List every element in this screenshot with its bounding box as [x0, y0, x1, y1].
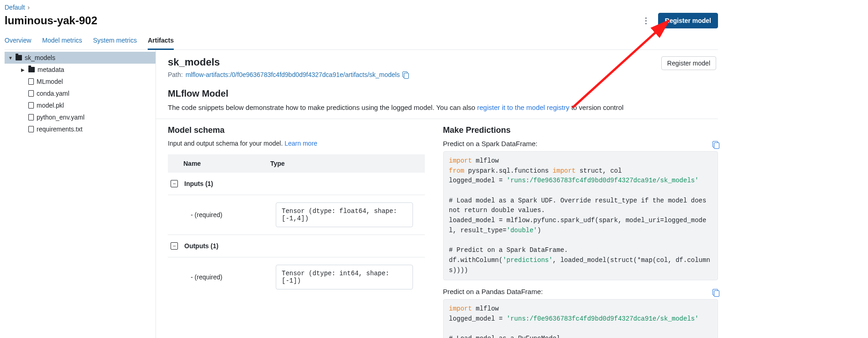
- breadcrumb: Default ›: [5, 0, 718, 11]
- folder-icon: [28, 67, 35, 72]
- more-menu-button[interactable]: [641, 15, 652, 26]
- mlflow-model-description: The code snippets below demonstrate how …: [168, 104, 718, 111]
- tree-label: metadata: [38, 66, 64, 73]
- register-link[interactable]: register it to the model registry: [477, 104, 569, 111]
- tree-label: python_env.yaml: [37, 114, 85, 121]
- collapse-icon: −: [171, 180, 178, 187]
- schema-row-type: Tensor (dtype: float64, shape: [-1,4]): [276, 202, 413, 227]
- predictions-heading: Make Predictions: [443, 125, 718, 135]
- path-label: Path:: [168, 71, 183, 78]
- collapse-icon: −: [171, 242, 178, 250]
- pandas-label: Predict on a Pandas DataFrame:: [443, 288, 718, 295]
- tree-file[interactable]: requirements.txt: [5, 123, 155, 135]
- mlflow-model-heading: MLflow Model: [168, 88, 718, 99]
- tree-label: sk_models: [25, 54, 55, 61]
- chevron-down-icon: ▼: [8, 55, 13, 60]
- artifact-path: Path: mlflow-artifacts:/0/f0e9636783fc4f…: [168, 71, 409, 78]
- col-type: Type: [270, 160, 418, 167]
- schema-outputs-section[interactable]: − Outputs (1): [168, 235, 425, 257]
- schema-inputs-section[interactable]: − Inputs (1): [168, 173, 425, 195]
- file-icon: [28, 114, 34, 120]
- tab-artifacts[interactable]: Artifacts: [148, 32, 174, 49]
- learn-more-link[interactable]: Learn more: [284, 140, 317, 147]
- file-icon: [28, 126, 34, 132]
- spark-code-block: import mlflow from pyspark.sql.functions…: [443, 151, 718, 280]
- pandas-code-block: import mlflow logged_model = 'runs:/f0e9…: [443, 299, 718, 338]
- tree-folder-metadata[interactable]: ▶ metadata: [5, 64, 155, 76]
- spark-label: Predict on a Spark DataFrame:: [443, 140, 718, 147]
- schema-heading: Model schema: [168, 125, 425, 135]
- chevron-right-icon: ›: [27, 4, 30, 11]
- tree-file[interactable]: MLmodel: [5, 76, 155, 87]
- copy-code-button[interactable]: [713, 141, 720, 149]
- schema-table: Name Type − Inputs (1) - (required) Tens…: [168, 154, 425, 297]
- file-tree: ▼ sk_models ▶ metadata MLmodel conda.yam…: [5, 50, 155, 338]
- schema-row-name: - (required): [171, 273, 276, 281]
- copy-icon[interactable]: [402, 71, 409, 78]
- schema-row: - (required) Tensor (dtype: int64, shape…: [168, 257, 425, 297]
- schema-hint: Input and output schema for your model. …: [168, 140, 425, 147]
- schema-row-name: - (required): [171, 211, 276, 218]
- copy-code-button[interactable]: [713, 289, 720, 297]
- tab-overview[interactable]: Overview: [5, 32, 31, 49]
- file-icon: [28, 102, 34, 109]
- section-label: Outputs (1): [184, 242, 219, 250]
- page-title: luminous-yak-902: [5, 14, 97, 27]
- tabs: Overview Model metrics System metrics Ar…: [5, 32, 718, 50]
- register-model-primary-button[interactable]: Register model: [658, 13, 718, 28]
- file-icon: [28, 90, 34, 97]
- tree-label: model.pkl: [37, 102, 64, 109]
- tree-file[interactable]: model.pkl: [5, 99, 155, 111]
- section-label: Inputs (1): [184, 180, 213, 187]
- folder-icon: [16, 55, 22, 60]
- tree-file[interactable]: conda.yaml: [5, 87, 155, 99]
- register-model-outline-button[interactable]: Register model: [661, 56, 716, 70]
- path-value: mlflow-artifacts:/0/f0e9636783fc4fd9bd0d…: [186, 71, 400, 78]
- tree-file[interactable]: python_env.yaml: [5, 111, 155, 123]
- tree-label: MLmodel: [37, 78, 63, 85]
- tab-model-metrics[interactable]: Model metrics: [42, 32, 82, 49]
- schema-row: - (required) Tensor (dtype: float64, sha…: [168, 195, 425, 235]
- artifact-heading: sk_models: [168, 56, 409, 68]
- tree-label: requirements.txt: [37, 125, 82, 133]
- chevron-right-icon: ▶: [21, 67, 26, 72]
- file-icon: [28, 78, 34, 85]
- tab-system-metrics[interactable]: System metrics: [93, 32, 137, 49]
- tree-label: conda.yaml: [37, 90, 70, 97]
- tree-root[interactable]: ▼ sk_models: [5, 52, 155, 64]
- col-name: Name: [174, 160, 270, 167]
- breadcrumb-root[interactable]: Default: [5, 4, 25, 11]
- schema-row-type: Tensor (dtype: int64, shape: [-1]): [276, 265, 413, 289]
